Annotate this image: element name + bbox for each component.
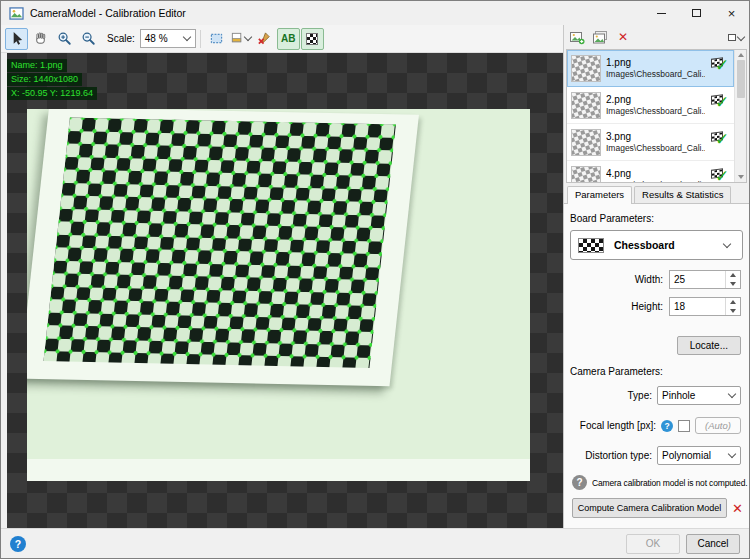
- maximize-button[interactable]: [679, 1, 714, 25]
- chessboard-sheet: [27, 109, 419, 386]
- distortion-type-combo[interactable]: Polynomial: [657, 446, 741, 465]
- spin-up-button[interactable]: [726, 298, 740, 307]
- zoom-out-button[interactable]: [77, 28, 100, 50]
- clear-overlay-button[interactable]: [253, 28, 276, 50]
- hand-icon: [33, 31, 48, 46]
- scale-combo[interactable]: 48 %: [140, 29, 196, 48]
- compute-error-icon[interactable]: ✕: [732, 502, 743, 515]
- add-image-button[interactable]: [567, 27, 587, 47]
- chessboard-pattern: [43, 118, 395, 368]
- spin-down-icon: [730, 282, 736, 286]
- calibration-ok-icon: ✓: [710, 166, 732, 183]
- close-button[interactable]: ×: [714, 1, 749, 25]
- camera-type-row: Type: Pinhole: [572, 386, 741, 405]
- check-icon: ✓: [715, 167, 729, 183]
- image-item-text: 1.png Images\Chessboard_Cali...: [606, 56, 705, 81]
- height-spinner[interactable]: 18: [669, 297, 741, 316]
- list-item-3[interactable]: 3.png Images\Chessboard_Cali... ✓: [567, 124, 734, 161]
- image-list-rows: 1.png Images\Chessboard_Cali... ✓ 2.png …: [567, 50, 734, 182]
- show-labels-toggle[interactable]: AB: [277, 28, 300, 50]
- window-controls: ×: [644, 1, 749, 25]
- remove-icon: ✕: [618, 31, 628, 43]
- ab-labels-icon: AB: [281, 33, 295, 44]
- compute-calibration-button[interactable]: Compute Camera Calibration Model: [572, 498, 727, 518]
- spin-down-button[interactable]: [726, 280, 740, 289]
- scale-label: Scale:: [107, 33, 135, 44]
- zoom-in-icon: [57, 31, 72, 46]
- select-tool-button[interactable]: [5, 28, 28, 50]
- cursor-arrow-icon: [9, 31, 24, 46]
- canvas-toolbar: Scale: 48 %: [1, 25, 563, 53]
- calibration-ok-icon: ✓: [710, 55, 732, 81]
- image-path: Images\Chessboard_Cali...: [606, 69, 705, 80]
- color-swatch-icon: [230, 31, 245, 46]
- fit-view-button[interactable]: [205, 28, 228, 50]
- scrollbar-thumb[interactable]: [737, 60, 745, 98]
- dialog-footer: ? OK Cancel: [1, 528, 749, 558]
- list-item-2[interactable]: 2.png Images\Chessboard_Cali... ✓: [567, 87, 734, 124]
- focal-length-label: Focal length [px]:: [580, 420, 656, 431]
- show-grid-overlay-toggle[interactable]: [301, 28, 324, 50]
- fit-view-icon: [209, 31, 224, 46]
- list-item-1[interactable]: 1.png Images\Chessboard_Cali... ✓: [567, 50, 734, 87]
- height-row: Height: 18: [572, 297, 741, 316]
- board-type-combo[interactable]: Chessboard: [570, 230, 743, 260]
- chessboard-icon: [578, 238, 604, 253]
- canvas-column: Scale: 48 %: [1, 25, 563, 528]
- focal-length-input[interactable]: (Auto): [695, 417, 741, 434]
- locate-button[interactable]: Locate...: [677, 336, 741, 355]
- image-list-scrollbar[interactable]: [734, 50, 746, 182]
- close-icon: ×: [728, 7, 736, 20]
- add-images-stack-icon: [592, 30, 608, 45]
- add-image-icon: [569, 30, 585, 45]
- spin-up-icon: [730, 273, 736, 277]
- app-icon: [9, 7, 24, 20]
- thumbnail-pattern: [571, 55, 601, 82]
- tab-parameters[interactable]: Parameters: [567, 186, 632, 204]
- image-item-text: 3.png Images\Chessboard_Cali...: [606, 130, 705, 155]
- remove-image-button[interactable]: ✕: [613, 27, 633, 47]
- overlay-color-button[interactable]: [229, 28, 252, 50]
- spin-down-button[interactable]: [726, 307, 740, 316]
- width-label: Width:: [635, 274, 663, 285]
- distortion-type-value: Polynomial: [662, 450, 711, 461]
- image-info-overlay: Name: 1.png Size: 1440x1080 X: -50.95 Y:…: [7, 59, 97, 101]
- compute-row: Compute Camera Calibration Model ✕: [572, 498, 743, 518]
- parameters-pane: Board Parameters: Chessboard Width: 25: [564, 203, 749, 528]
- width-spinner[interactable]: 25: [669, 270, 741, 289]
- image-name: 4.png: [606, 167, 705, 181]
- add-image-folder-button[interactable]: [590, 27, 610, 47]
- tab-results-statistics[interactable]: Results & Statistics: [634, 186, 731, 203]
- camera-type-combo[interactable]: Pinhole: [657, 386, 741, 405]
- scale-value: 48 %: [145, 33, 168, 44]
- spinner-arrows: [725, 298, 740, 315]
- chevron-down-icon: [723, 239, 731, 247]
- type-label: Type:: [628, 390, 652, 401]
- spin-up-button[interactable]: [726, 271, 740, 280]
- camera-parameters-label: Camera Parameters:: [570, 366, 743, 377]
- image-canvas[interactable]: Name: 1.png Size: 1440x1080 X: -50.95 Y:…: [7, 53, 563, 528]
- list-view-menu-button[interactable]: [728, 34, 746, 41]
- minimize-button[interactable]: [644, 1, 679, 25]
- list-view-icon: [728, 34, 736, 41]
- help-button[interactable]: ?: [10, 536, 26, 552]
- pan-tool-button[interactable]: [29, 28, 52, 50]
- focal-length-checkbox[interactable]: [678, 420, 690, 432]
- maximize-icon: [692, 9, 701, 17]
- width-value: 25: [670, 271, 725, 288]
- check-icon: ✓: [715, 93, 729, 113]
- thumbnail-pattern: [571, 129, 601, 156]
- board-parameters-label: Board Parameters:: [570, 213, 743, 224]
- chevron-down-icon: [728, 450, 736, 458]
- chevron-down-icon: [244, 33, 252, 41]
- ok-button[interactable]: OK: [626, 534, 680, 554]
- list-item-4[interactable]: 4.png Images\Chessboard_Cali... ✓: [567, 161, 734, 183]
- photo-bottom-strip: [27, 459, 530, 481]
- chessboard-overlay-icon: [306, 33, 318, 45]
- cancel-button[interactable]: Cancel: [686, 534, 740, 554]
- titlebar[interactable]: CameraModel - Calibration Editor ×: [1, 1, 749, 25]
- panel-tabs: Parameters Results & Statistics: [564, 183, 749, 203]
- focal-help-icon[interactable]: ?: [661, 420, 673, 432]
- image-name: 1.png: [606, 56, 705, 70]
- zoom-in-button[interactable]: [53, 28, 76, 50]
